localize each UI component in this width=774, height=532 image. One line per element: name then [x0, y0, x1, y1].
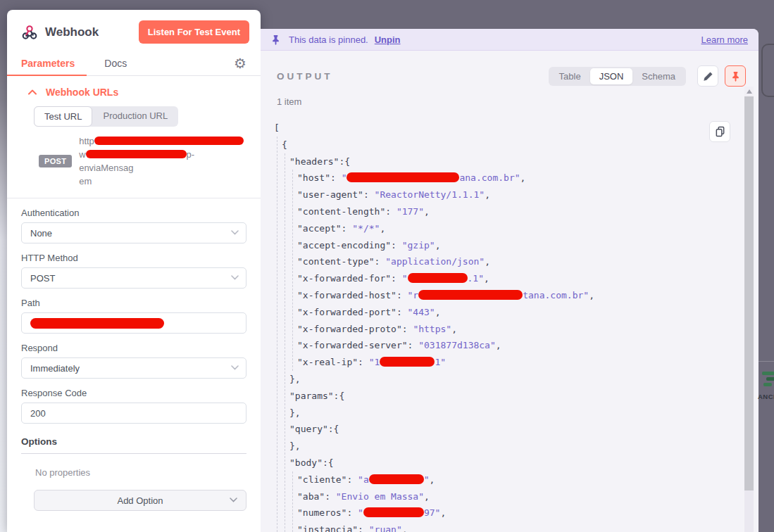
http-method-select[interactable]: POST	[21, 267, 246, 289]
json-value: "443"	[408, 307, 435, 317]
json-line: {	[274, 137, 737, 153]
view-tab-table[interactable]: Table	[550, 68, 590, 84]
json-value: "ruan"	[369, 524, 402, 532]
items-count: 1 item	[277, 96, 759, 107]
copy-json-button[interactable]	[709, 121, 730, 142]
output-header: OUTPUT Table JSON Schema	[261, 65, 759, 87]
no-properties-text: No properties	[35, 467, 261, 478]
json-token: "aba":	[297, 491, 336, 502]
options-section-header: Options	[21, 436, 246, 454]
tab-docs[interactable]: Docs	[104, 58, 127, 69]
json-code: [{"headers":{"host": "ana.com.br","user-…	[274, 120, 737, 532]
production-url-tab[interactable]: Production URL	[92, 106, 178, 127]
json-value: "gzip"	[402, 240, 435, 251]
tab-parameters[interactable]: Parameters	[21, 58, 75, 69]
json-line: "x-forwarded-port": "443",	[274, 304, 737, 321]
json-token: },	[289, 407, 301, 418]
json-line: [	[274, 120, 737, 137]
json-token: ,	[380, 223, 385, 234]
json-line: },	[274, 371, 737, 388]
add-option-button[interactable]: Add Option	[34, 490, 246, 511]
json-token: "x-forwarded-for":	[297, 273, 402, 284]
json-line: "accept": "*/*",	[274, 220, 737, 237]
redaction-bar	[418, 290, 523, 300]
url-environment-toggle: Test URL Production URL	[34, 106, 178, 127]
edit-output-button[interactable]	[697, 65, 718, 87]
webhook-urls-section-header: Webhook URLs	[28, 87, 246, 98]
listen-for-test-event-button[interactable]: Listen For Test Event	[139, 20, 249, 44]
canvas-node-border	[759, 361, 774, 362]
scrollbar-thumb[interactable]	[744, 96, 754, 490]
path-input[interactable]	[21, 312, 246, 334]
node-header: Webhook Listen For Test Event	[7, 10, 261, 44]
json-line: "aba": "Envio em Massa",	[274, 488, 737, 505]
json-token: ,	[485, 256, 490, 267]
json-value: "031877d138ca"	[418, 340, 496, 350]
view-tab-json[interactable]: JSON	[590, 68, 633, 84]
view-tab-schema[interactable]: Schema	[632, 68, 685, 84]
json-token: "host":	[297, 172, 342, 183]
respond-select[interactable]: Immediately	[21, 357, 246, 379]
pencil-icon	[703, 71, 713, 82]
field-response-code: Response Code 200	[21, 388, 246, 424]
json-token: ,	[430, 474, 435, 485]
json-token: "accept":	[297, 223, 352, 234]
json-value: "Envio em Massa"	[336, 491, 424, 502]
json-value: "application/json"	[385, 256, 485, 267]
gear-icon[interactable]: ⚙	[234, 56, 246, 70]
response-code-input[interactable]: 200	[21, 403, 246, 424]
json-indent-guide	[292, 471, 293, 532]
json-token: "user-agent":	[297, 189, 375, 200]
json-line: "x-forwarded-proto": "https",	[274, 321, 737, 338]
redaction-bar	[408, 273, 468, 283]
authentication-select[interactable]: None	[21, 222, 246, 243]
json-value: "	[358, 507, 363, 518]
json-value: ana.com.br"	[459, 172, 520, 183]
webhook-url-text: http wp-enviaMensag em	[79, 134, 246, 188]
json-line: "numeros": "97",	[274, 505, 737, 521]
chevron-up-icon[interactable]	[28, 89, 37, 95]
copy-icon	[715, 126, 725, 137]
field-respond: Respond Immediately	[21, 343, 246, 379]
test-url-tab[interactable]: Test URL	[34, 106, 92, 127]
learn-more-link[interactable]: Learn more	[701, 34, 748, 45]
unpin-link[interactable]: Unpin	[375, 34, 401, 45]
canvas-element-outline	[761, 44, 774, 97]
redaction-bar	[86, 150, 187, 158]
json-token: },	[289, 441, 301, 451]
json-line: },	[274, 438, 737, 455]
chevron-down-icon	[231, 275, 239, 280]
json-token: "x-real-ip":	[297, 357, 369, 367]
json-token: "instancia":	[297, 524, 369, 532]
json-token: "content-type":	[297, 256, 385, 267]
json-token: "accept-encoding":	[297, 240, 402, 251]
json-value: "a	[358, 474, 369, 485]
json-token: "params":{	[289, 391, 344, 401]
divider	[7, 198, 261, 198]
json-value: "	[402, 273, 408, 284]
scrollbar-up-button[interactable]	[744, 87, 754, 96]
json-value: "	[424, 474, 430, 485]
canvas-node-label: ANCI	[758, 393, 774, 400]
json-token: ,	[451, 324, 457, 334]
redaction-bar	[363, 507, 424, 517]
json-indent-guide	[292, 170, 293, 371]
json-token: "numeros":	[297, 507, 358, 518]
json-token: "content-length":	[297, 206, 397, 217]
json-token: ,	[435, 240, 441, 251]
pin-data-button[interactable]	[725, 65, 746, 87]
view-mode-switcher: Table JSON Schema	[549, 67, 686, 86]
webhook-url-row: POST http wp-enviaMensag em	[21, 134, 246, 188]
json-value: .1"	[468, 273, 484, 284]
redaction-bar	[347, 172, 459, 182]
scrollbar-track[interactable]	[744, 490, 754, 532]
json-token: "x-forwarded-port":	[297, 307, 408, 317]
pinned-message: This data is pinned.	[289, 34, 368, 45]
json-token: ,	[589, 290, 594, 300]
output-scrollbar	[744, 87, 754, 532]
redaction-bar	[369, 474, 424, 484]
node-title: Webhook	[45, 25, 99, 39]
json-value: "1	[369, 357, 380, 367]
json-line: "user-agent": "ReactorNetty/1.1.1",	[274, 186, 737, 203]
json-value: "https"	[413, 324, 451, 334]
